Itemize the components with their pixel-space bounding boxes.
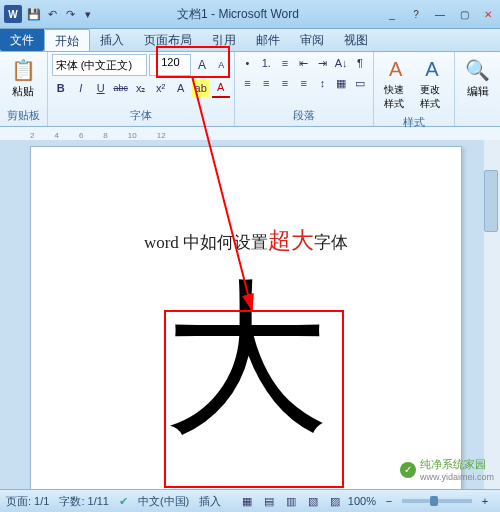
close-button[interactable]: ✕ [476,5,500,23]
subscript-button[interactable]: x₂ [132,79,150,97]
view-outline-icon[interactable]: ▧ [304,492,322,510]
paragraph-label: 段落 [239,108,369,124]
line-spacing-button[interactable]: ↕ [314,74,332,92]
vertical-scrollbar[interactable] [484,140,500,490]
group-styles: A 快速样式 A 更改样式 样式 [374,52,455,126]
tab-mail[interactable]: 邮件 [246,29,290,51]
ribbon-tabs: 文件 开始 插入 页面布局 引用 邮件 审阅 视图 [0,29,500,52]
title-bar: W 💾 ↶ ↷ ▾ 文档1 - Microsoft Word _ ? — ▢ ✕ [0,0,500,29]
status-words[interactable]: 字数: 1/11 [59,494,109,509]
group-clipboard: 📋 粘贴 剪贴板 [0,52,48,126]
tab-view[interactable]: 视图 [334,29,378,51]
save-button[interactable]: 💾 [26,6,42,22]
group-editing: 🔍 编辑 [455,52,500,126]
quick-styles-button[interactable]: A 快速样式 [378,54,414,115]
quick-styles-icon: A [389,58,402,81]
strike-button[interactable]: abc [112,79,130,97]
quick-access-toolbar: 💾 ↶ ↷ ▾ [26,6,96,22]
help-button[interactable]: ? [404,5,428,23]
find-icon: 🔍 [465,58,490,82]
maximize-button[interactable]: ▢ [452,5,476,23]
underline-button[interactable]: U [92,79,110,97]
multilevel-button[interactable]: ≡ [276,54,294,72]
show-marks-button[interactable]: ¶ [351,54,369,72]
watermark-text: 纯净系统家园 [420,457,494,472]
font-group-label: 字体 [52,108,230,124]
watermark-url: www.yidaimei.com [420,472,494,482]
document-area: word 中如何设置超大字体 大 [0,140,500,490]
page[interactable]: word 中如何设置超大字体 大 [30,146,462,490]
sort-button[interactable]: A↓ [332,54,350,72]
justify-button[interactable]: ≡ [295,74,313,92]
window-title: 文档1 - Microsoft Word [96,6,380,23]
zoom-in-button[interactable]: + [476,492,494,510]
numbers-button[interactable]: 1. [257,54,275,72]
zoom-pct[interactable]: 100% [348,495,376,507]
quick-styles-label: 快速样式 [384,83,408,111]
zoom-out-button[interactable]: − [380,492,398,510]
watermark: ✓ 纯净系统家园 www.yidaimei.com [400,457,494,482]
change-styles-label: 更改样式 [420,83,444,111]
increase-indent-button[interactable]: ⇥ [314,54,332,72]
app-icon[interactable]: W [4,5,22,23]
tab-layout[interactable]: 页面布局 [134,29,202,51]
view-web-icon[interactable]: ▥ [282,492,300,510]
italic-button[interactable]: I [72,79,90,97]
headline-text: word 中如何设置超大字体 [31,225,461,256]
tab-insert[interactable]: 插入 [90,29,134,51]
superscript-button[interactable]: x² [152,79,170,97]
shrink-font-button[interactable]: A [213,56,230,74]
change-styles-button[interactable]: A 更改样式 [414,54,450,115]
styles-label: 样式 [378,115,450,131]
editing-button[interactable]: 🔍 编辑 [459,54,496,103]
font-size-select[interactable]: 120 [149,54,191,76]
align-center-button[interactable]: ≡ [257,74,275,92]
big-character: 大 [31,277,461,442]
group-font: 宋体 (中文正文) 120 A A B I U abc x₂ x² A ab A [48,52,235,126]
status-page[interactable]: 页面: 1/1 [6,494,49,509]
highlight-button[interactable]: ab [192,79,210,97]
tab-review[interactable]: 审阅 [290,29,334,51]
watermark-icon: ✓ [400,462,416,478]
undo-button[interactable]: ↶ [44,6,60,22]
status-mode[interactable]: 插入 [199,494,221,509]
text-effects-button[interactable]: A [172,79,190,97]
border-button[interactable]: ▭ [351,74,369,92]
editing-label: 编辑 [467,84,489,99]
status-language[interactable]: 中文(中国) [138,494,189,509]
align-right-button[interactable]: ≡ [276,74,294,92]
qat-more[interactable]: ▾ [80,6,96,22]
group-paragraph: • 1. ≡ ⇤ ⇥ A↓ ¶ ≡ ≡ ≡ ≡ ↕ ▦ ▭ [235,52,374,126]
change-styles-icon: A [425,58,438,81]
font-color-button[interactable]: A [212,78,230,98]
paste-icon: 📋 [11,58,36,82]
paste-button[interactable]: 📋 粘贴 [4,54,43,103]
status-proof-icon[interactable]: ✔ [119,495,128,508]
decrease-indent-button[interactable]: ⇤ [295,54,313,72]
minimize-button[interactable]: — [428,5,452,23]
status-bar: 页面: 1/1 字数: 1/11 ✔ 中文(中国) 插入 ▦ ▤ ▥ ▧ ▨ 1… [0,489,500,512]
redo-button[interactable]: ↷ [62,6,78,22]
view-draft-icon[interactable]: ▨ [326,492,344,510]
shading-button[interactable]: ▦ [332,74,350,92]
align-left-button[interactable]: ≡ [239,74,257,92]
scroll-thumb[interactable] [484,170,498,232]
word-window: W 💾 ↶ ↷ ▾ 文档1 - Microsoft Word _ ? — ▢ ✕… [0,0,500,512]
zoom-slider[interactable] [402,499,472,503]
bold-button[interactable]: B [52,79,70,97]
window-controls: _ ? — ▢ ✕ [380,5,500,23]
ribbon: 📋 粘贴 剪贴板 宋体 (中文正文) 120 A A B I U abc x₂ [0,52,500,127]
font-name-select[interactable]: 宋体 (中文正文) [52,54,148,76]
zoom-thumb[interactable] [430,496,438,506]
clipboard-label: 剪贴板 [4,108,43,124]
paste-label: 粘贴 [12,84,34,99]
ribbon-min-button[interactable]: _ [380,5,404,23]
zoom-controls: ▦ ▤ ▥ ▧ ▨ 100% − + [238,492,494,510]
view-print-icon[interactable]: ▦ [238,492,256,510]
tab-references[interactable]: 引用 [202,29,246,51]
view-read-icon[interactable]: ▤ [260,492,278,510]
tab-file[interactable]: 文件 [0,29,44,51]
tab-home[interactable]: 开始 [44,29,90,51]
grow-font-button[interactable]: A [193,56,210,74]
bullets-button[interactable]: • [239,54,257,72]
